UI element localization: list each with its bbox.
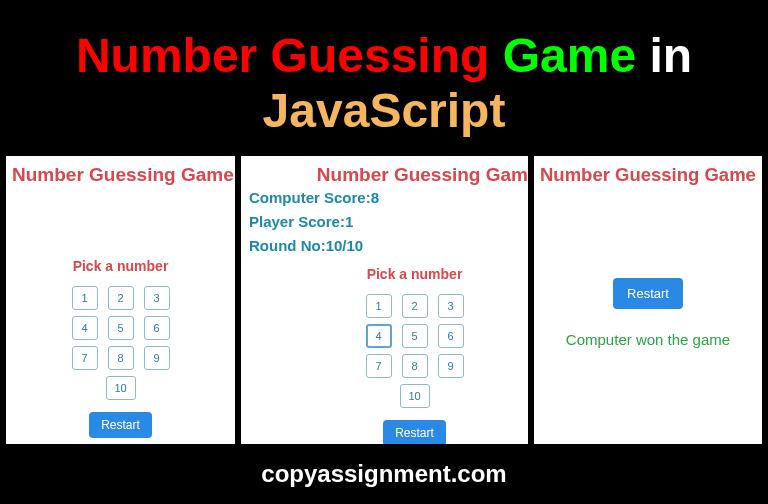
number-button-9[interactable]: 9: [144, 346, 170, 370]
pick-label: Pick a number: [301, 266, 528, 282]
screenshot-3: Number Guessing Game Restart Computer wo…: [534, 156, 762, 444]
number-button-6[interactable]: 6: [144, 316, 170, 340]
game-title: Number Guessing Game: [534, 156, 762, 186]
restart-button[interactable]: Restart: [613, 278, 683, 309]
result-container: Restart Computer won the game: [534, 272, 762, 348]
stat-round-no: Round No:10/10: [249, 234, 528, 258]
number-button-6[interactable]: 6: [438, 324, 464, 348]
number-button-4[interactable]: 4: [366, 324, 392, 348]
headline-part-2: [489, 29, 502, 82]
game-title: Number Guessing Game: [6, 156, 235, 186]
keypad-row: 10: [366, 384, 464, 408]
number-button-5[interactable]: 5: [108, 316, 134, 340]
number-button-1[interactable]: 1: [366, 294, 392, 318]
keypad-row: 4 5 6: [366, 324, 464, 348]
stat-computer-score: Computer Score:8: [249, 186, 528, 210]
restart-button[interactable]: Restart: [89, 412, 152, 438]
keypad-row: 7 8 9: [366, 354, 464, 378]
headline-part-4: in: [636, 29, 692, 82]
number-button-10[interactable]: 10: [106, 376, 136, 400]
number-button-2[interactable]: 2: [402, 294, 428, 318]
number-button-10[interactable]: 10: [400, 384, 430, 408]
number-button-8[interactable]: 8: [402, 354, 428, 378]
keypad: 1 2 3 4 5 6 7 8 9 10: [72, 286, 170, 438]
number-button-1[interactable]: 1: [72, 286, 98, 310]
game-title: Number Guessing Gam: [317, 164, 528, 186]
number-button-3[interactable]: 3: [144, 286, 170, 310]
screenshots-row: Number Guessing Game Pick a number 1 2 3…: [0, 156, 768, 444]
number-button-2[interactable]: 2: [108, 286, 134, 310]
keypad-row: 10: [72, 376, 170, 400]
number-button-7[interactable]: 7: [366, 354, 392, 378]
number-button-9[interactable]: 9: [438, 354, 464, 378]
headline-part-1: Number Guessing: [76, 29, 489, 82]
pick-label: Pick a number: [6, 258, 235, 274]
page-headline: Number Guessing Game in JavaScript: [0, 0, 768, 156]
keypad-row: 4 5 6: [72, 316, 170, 340]
headline-part-5: JavaScript: [263, 84, 506, 137]
pick-container: Pick a number 1 2 3 4 5 6 7 8: [301, 266, 528, 444]
number-button-4[interactable]: 4: [72, 316, 98, 340]
number-button-8[interactable]: 8: [108, 346, 134, 370]
stat-player-score: Player Score:1: [249, 210, 528, 234]
keypad-row: 1 2 3: [366, 294, 464, 318]
keypad: 1 2 3 4 5 6 7 8 9 10: [366, 294, 464, 444]
number-button-3[interactable]: 3: [438, 294, 464, 318]
screenshot-2: Number Guessing Gam Computer Score:8 Pla…: [241, 156, 528, 444]
footer-credit: copyassignment.com: [0, 440, 768, 504]
number-button-5[interactable]: 5: [402, 324, 428, 348]
page: Number Guessing Game in JavaScript Numbe…: [0, 0, 768, 504]
pick-container: Pick a number 1 2 3 4 5 6 7 8: [6, 258, 235, 438]
headline-part-3: Game: [503, 29, 636, 82]
number-button-7[interactable]: 7: [72, 346, 98, 370]
screenshot-1: Number Guessing Game Pick a number 1 2 3…: [6, 156, 235, 444]
keypad-row: 7 8 9: [72, 346, 170, 370]
keypad-row: 1 2 3: [72, 286, 170, 310]
result-message: Computer won the game: [534, 331, 762, 348]
